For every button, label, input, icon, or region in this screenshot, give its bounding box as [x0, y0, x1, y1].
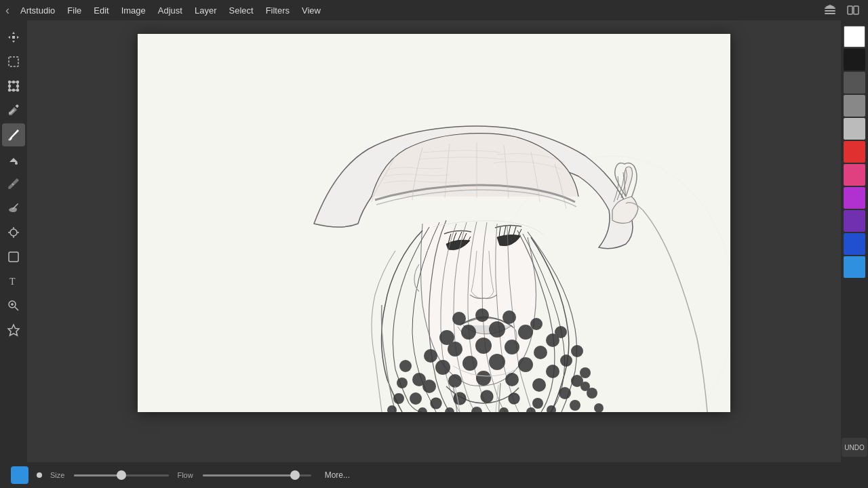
svg-point-80 [555, 326, 567, 338]
svg-rect-2 [825, 13, 835, 14]
svg-point-11 [17, 89, 19, 92]
color-light-blue[interactable] [844, 256, 865, 278]
brush-tool[interactable] [2, 123, 25, 146]
svg-rect-6 [9, 57, 18, 66]
svg-point-13 [13, 89, 15, 92]
bottom-bar: Size Flow More... [0, 462, 868, 488]
svg-point-60 [534, 346, 547, 359]
svg-point-62 [580, 367, 591, 378]
menu-artstudio[interactable]: Artstudio [15, 4, 60, 17]
right-color-panel: UNDO [841, 20, 868, 462]
main-area: T [0, 20, 868, 462]
svg-point-65 [489, 321, 505, 338]
svg-point-68 [571, 345, 583, 357]
size-slider-thumb[interactable] [117, 470, 126, 480]
menu-image[interactable]: Image [116, 4, 151, 17]
flow-label: Flow [177, 471, 193, 479]
brush-size-indicator [37, 472, 42, 478]
flow-slider-thumb[interactable] [290, 470, 300, 480]
svg-point-54 [546, 365, 559, 378]
zoom-tool[interactable] [2, 294, 25, 317]
move-tool[interactable] [2, 26, 25, 49]
color-pink[interactable] [844, 164, 865, 186]
svg-point-53 [518, 357, 533, 372]
text-tool[interactable]: T [2, 270, 25, 293]
color-purple[interactable] [844, 187, 865, 209]
color-blue[interactable] [844, 233, 865, 255]
menu-items: Artstudio File Edit Image Adjust Layer S… [15, 4, 821, 17]
canvas-wrapper[interactable] [138, 34, 730, 412]
menu-edit[interactable]: Edit [88, 4, 114, 17]
color-red[interactable] [844, 141, 865, 163]
smudge-tool[interactable] [2, 197, 25, 220]
svg-point-81 [452, 312, 466, 325]
active-color-dot[interactable] [11, 466, 28, 484]
select-rect-tool[interactable] [2, 50, 25, 73]
color-violet[interactable] [844, 210, 865, 232]
svg-rect-22 [9, 252, 18, 262]
favorites-tool[interactable] [2, 319, 25, 342]
svg-point-56 [412, 373, 426, 386]
menu-file[interactable]: File [62, 4, 87, 17]
svg-point-35 [532, 398, 543, 409]
size-slider[interactable] [74, 474, 169, 476]
svg-marker-28 [8, 325, 19, 336]
menu-layer[interactable]: Layer [189, 4, 222, 17]
color-black[interactable] [844, 49, 865, 70]
color-dark-gray[interactable] [844, 72, 865, 94]
dodge-burn-tool[interactable] [2, 221, 25, 244]
size-label: Size [50, 471, 64, 479]
menu-view[interactable]: View [296, 4, 326, 17]
svg-point-59 [505, 340, 519, 354]
svg-point-16 [8, 139, 11, 141]
svg-point-49 [570, 400, 580, 411]
color-medium-gray[interactable] [844, 95, 865, 117]
layers-icon-button[interactable] [821, 3, 840, 18]
color-white[interactable] [844, 26, 865, 47]
svg-point-66 [518, 325, 533, 340]
svg-point-61 [560, 354, 572, 367]
canvas-area[interactable] [27, 20, 841, 462]
svg-point-9 [17, 81, 19, 83]
fill-tool[interactable] [2, 148, 25, 171]
svg-point-76 [580, 382, 590, 391]
svg-rect-4 [848, 6, 852, 14]
more-button[interactable]: More... [319, 468, 355, 483]
menu-right [821, 3, 863, 18]
svg-point-58 [475, 338, 492, 354]
svg-point-69 [439, 330, 454, 345]
eyedropper-tool[interactable] [2, 99, 25, 122]
menu-adjust[interactable]: Adjust [153, 4, 188, 17]
svg-point-72 [393, 393, 404, 404]
svg-point-79 [530, 318, 542, 330]
svg-point-15 [17, 85, 19, 87]
svg-point-48 [410, 392, 422, 405]
eraser-tool[interactable] [2, 172, 25, 195]
menu-filters[interactable]: Filters [260, 4, 295, 17]
menu-select[interactable]: Select [223, 4, 258, 17]
shape-tool[interactable] [2, 245, 25, 268]
svg-point-44 [476, 371, 491, 386]
undo-button[interactable]: UNDO [842, 438, 867, 457]
svg-point-45 [505, 373, 519, 386]
svg-text:T: T [9, 277, 16, 287]
svg-rect-1 [825, 10, 835, 12]
svg-point-50 [435, 360, 450, 375]
back-button[interactable]: ‹ [5, 4, 9, 16]
svg-point-51 [462, 356, 477, 371]
svg-rect-5 [854, 6, 859, 14]
sketch-canvas [138, 34, 730, 412]
svg-point-71 [397, 378, 408, 388]
color-light-gray[interactable] [844, 118, 865, 140]
svg-point-43 [448, 374, 462, 388]
menubar: ‹ Artstudio File Edit Image Adjust Layer… [0, 0, 868, 20]
svg-point-77 [475, 308, 489, 322]
svg-point-17 [10, 229, 17, 236]
svg-point-12 [13, 81, 15, 83]
transform-tool[interactable] [2, 75, 25, 98]
svg-point-14 [9, 85, 11, 87]
svg-point-10 [9, 89, 11, 92]
panel-icon-button[interactable] [844, 3, 863, 18]
svg-point-70 [399, 360, 412, 372]
flow-slider[interactable] [203, 474, 311, 476]
